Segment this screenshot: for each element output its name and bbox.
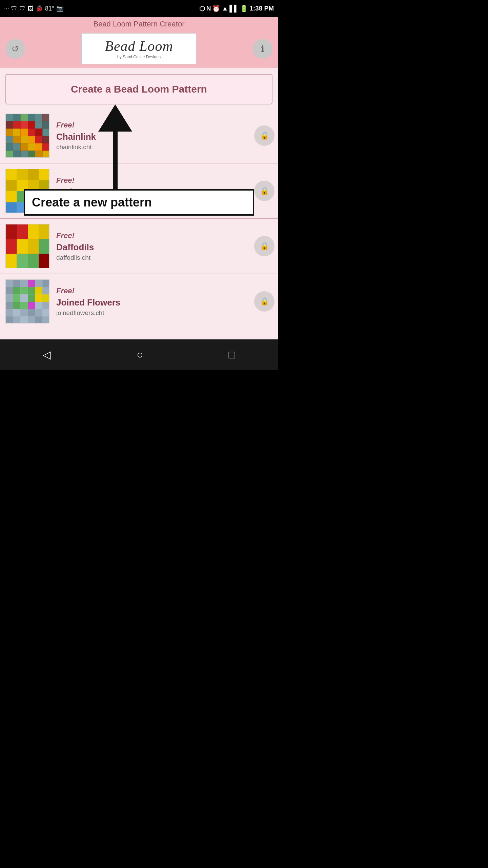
svg-rect-25 [6,143,13,151]
signal-icon: ▌▌ [229,5,239,12]
svg-rect-80 [6,295,13,302]
svg-rect-92 [6,309,13,317]
svg-rect-81 [13,295,21,302]
create-button-label: Create a Bead Loom Pattern [71,83,207,95]
nav-back-button[interactable]: ◁ [33,345,61,364]
svg-rect-65 [28,254,39,268]
app-title: Bead Loom Pattern Creator [0,17,278,28]
svg-rect-64 [17,254,28,268]
lock-button-joinedflowers[interactable]: 🔒 [254,291,274,312]
nav-recent-button[interactable]: □ [219,345,245,364]
svg-rect-40 [28,169,39,180]
svg-rect-91 [42,302,49,309]
lock-button-chainlink[interactable]: 🔒 [254,125,274,146]
camera-icon: 📷 [56,5,64,12]
svg-rect-12 [42,121,49,129]
logo-text-sub: by Sand Castle Designs [92,55,186,59]
svg-rect-72 [35,280,43,287]
svg-rect-29 [35,143,43,151]
svg-rect-19 [6,136,13,143]
svg-rect-79 [42,287,49,295]
header: ↺ Bead Loom by Sand Castle Designs ℹ [0,28,278,68]
pattern-file-chainlink: chainlink.cht [56,143,254,151]
nav-home-icon: ○ [137,349,143,361]
svg-rect-95 [28,309,35,317]
image-icon: 🖼 [27,5,34,12]
pattern-item-joinedflowers[interactable]: Free! Joined Flowers joinedflowers.cht 🔒 [0,274,278,329]
pattern-name-joinedflowers: Joined Flowers [56,297,254,308]
create-button-container: Create a Bead Loom Pattern [0,68,278,108]
svg-rect-27 [20,143,28,151]
shield2-icon: 🛡 [19,5,25,12]
nav-home-button[interactable]: ○ [126,345,153,364]
svg-rect-103 [42,317,49,324]
arrow-stem [113,132,118,189]
svg-rect-16 [28,129,35,136]
svg-rect-46 [6,191,17,202]
svg-rect-4 [28,114,35,121]
svg-rect-34 [28,151,35,158]
nfc-icon: N [206,5,211,12]
lock-button-daffodils[interactable]: 🔒 [254,236,274,256]
lock-button-pathway[interactable]: 🔒 [254,181,274,201]
svg-rect-96 [35,309,43,317]
svg-rect-62 [39,239,50,254]
svg-rect-83 [28,295,35,302]
svg-rect-6 [42,114,49,121]
svg-rect-100 [20,317,28,324]
svg-rect-88 [20,302,28,309]
svg-rect-99 [13,317,21,324]
pattern-name-daffodils: Daffodils [56,242,254,253]
svg-rect-61 [28,239,39,254]
svg-rect-74 [6,287,13,295]
pattern-file-joinedflowers: joinedflowers.cht [56,309,254,317]
back-button[interactable]: ↺ [5,39,25,59]
svg-rect-24 [42,136,49,143]
bluetooth-icon: ⬡ [199,5,205,13]
svg-rect-36 [42,151,49,158]
svg-rect-31 [6,151,13,158]
svg-rect-73 [42,280,49,287]
lock-icon-pathway: 🔒 [260,186,269,195]
lock-icon-chainlink: 🔒 [260,131,269,140]
svg-rect-87 [13,302,21,309]
pattern-info-chainlink: Free! Chainlink chainlink.cht [56,121,254,151]
svg-rect-11 [35,121,43,129]
pattern-item-daffodils[interactable]: Free! Daffodils daffodils.cht 🔒 [0,219,278,274]
svg-rect-2 [13,114,21,121]
info-button[interactable]: ℹ [253,39,272,59]
pattern-free-daffodils: Free! [56,231,254,240]
lock-icon-daffodils: 🔒 [260,242,269,251]
svg-rect-35 [35,151,43,158]
svg-rect-60 [17,239,28,254]
svg-rect-14 [13,129,21,136]
svg-rect-102 [35,317,43,324]
svg-rect-93 [13,309,21,317]
info-icon: ℹ [261,44,264,54]
svg-rect-7 [6,121,13,129]
svg-rect-90 [35,302,43,309]
svg-rect-26 [13,143,21,151]
svg-rect-22 [28,136,35,143]
logo-box: Bead Loom by Sand Castle Designs [81,33,197,64]
pattern-free-pathway: Free! [56,176,254,185]
svg-rect-57 [28,224,39,239]
shield-icon: 🛡 [11,5,17,12]
pattern-item-chainlink[interactable]: Free! Chainlink chainlink.cht 🔒 [0,108,278,163]
svg-rect-71 [28,280,35,287]
wifi-icon: ▲ [222,5,228,12]
svg-rect-63 [6,254,17,268]
time-display: 1:38 PM [249,5,274,12]
pattern-name-chainlink: Chainlink [56,132,254,142]
svg-rect-55 [6,224,17,239]
logo-text-main: Bead Loom [92,38,186,54]
svg-rect-9 [20,121,28,129]
pattern-thumb-chainlink [5,114,49,158]
tooltip-arrow-container [98,104,132,189]
svg-rect-70 [20,280,28,287]
pattern-free-chainlink: Free! [56,121,254,130]
nav-recent-icon: □ [229,349,235,361]
svg-rect-3 [20,114,28,121]
create-pattern-button[interactable]: Create a Bead Loom Pattern [5,74,272,104]
dots-icon: ··· [4,5,9,12]
